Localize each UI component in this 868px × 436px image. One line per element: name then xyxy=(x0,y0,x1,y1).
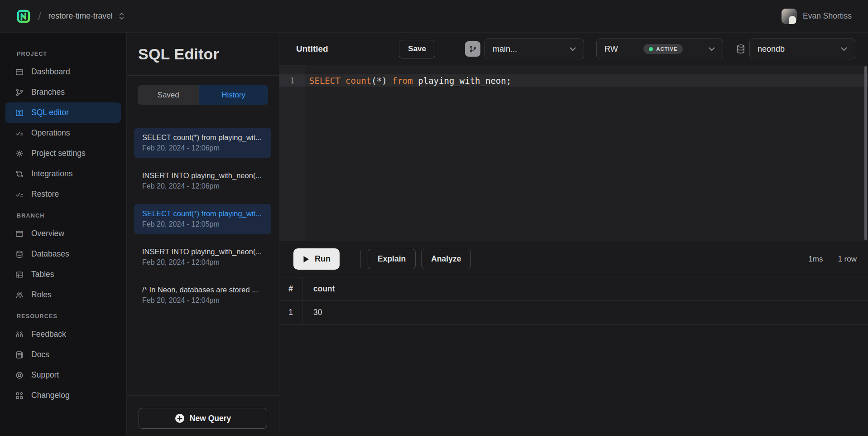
sidebar-item-restore[interactable]: Restore xyxy=(5,184,121,204)
history-item[interactable]: SELECT count(*) from playing_wit... Feb … xyxy=(134,128,271,158)
sidebar-item-changelog[interactable]: Changelog xyxy=(5,385,121,406)
query-actions: Run Explain Analyze 1ms 1 row xyxy=(279,241,868,277)
chevron-down-icon xyxy=(570,47,576,51)
history-item[interactable]: INSERT INTO playing_with_neon(... Feb 20… xyxy=(134,242,271,272)
history-query: INSERT INTO playing_with_neon(... xyxy=(142,247,263,256)
lifebuoy-icon xyxy=(15,371,24,380)
section-title: RESOURCES xyxy=(17,313,126,320)
sidebar-section-project: PROJECT Dashboard Branches SQL editor xyxy=(0,51,126,204)
analyze-button[interactable]: Analyze xyxy=(421,249,471,269)
history-item-selected[interactable]: SELECT count(*) from playing_wit... Feb … xyxy=(134,204,271,234)
editor-scrollbar[interactable] xyxy=(864,66,867,240)
plus-circle-icon xyxy=(175,413,185,423)
explain-button[interactable]: Explain xyxy=(368,249,416,269)
history-date: Feb 20, 2024 - 12:06pm xyxy=(142,144,263,152)
document-icon xyxy=(15,350,24,359)
sidebar-item-label: Roles xyxy=(31,290,52,300)
query-title-group: Untitled Save xyxy=(279,33,450,65)
code-editor[interactable]: 1 SELECT count(*) from playing_with_neon… xyxy=(279,65,868,241)
sql-keyword: from xyxy=(387,76,418,86)
window-icon xyxy=(15,68,24,77)
line-number: 1 xyxy=(279,74,305,87)
history-date: Feb 20, 2024 - 12:06pm xyxy=(142,182,263,190)
history-item[interactable]: INSERT INTO playing_with_neon(... Feb 20… xyxy=(134,166,271,196)
project-switcher[interactable]: restore-time-travel xyxy=(48,11,125,21)
table-row: 1 30 xyxy=(279,301,868,325)
sidebar-item-label: Operations xyxy=(31,128,70,138)
chevron-down-icon xyxy=(841,47,847,51)
window-icon xyxy=(15,229,24,238)
history-item[interactable]: /* In Neon, databases are stored ... Feb… xyxy=(134,280,271,310)
sidebar-item-tables[interactable]: Tables xyxy=(5,264,121,285)
query-duration: 1ms xyxy=(808,255,823,264)
actions-divider xyxy=(360,250,361,268)
save-button[interactable]: Save xyxy=(399,40,435,58)
sidebar-item-feedback[interactable]: Feedback xyxy=(5,324,121,344)
sidebar-item-project-settings[interactable]: Project settings xyxy=(5,143,121,164)
sidebar-item-docs[interactable]: Docs xyxy=(5,344,121,365)
compute-select-value: RW xyxy=(604,44,618,54)
sidebar-item-label: SQL editor xyxy=(31,108,69,117)
sidebar-item-sql-editor[interactable]: SQL editor xyxy=(5,102,121,123)
tab-saved[interactable]: Saved xyxy=(138,85,199,105)
history-query: INSERT INTO playing_with_neon(... xyxy=(142,171,263,180)
sidebar-section-resources: RESOURCES Feedback Docs Support xyxy=(0,313,126,406)
results-header-row: # count xyxy=(279,277,868,301)
sidebar-item-integrations[interactable]: Integrations xyxy=(5,164,121,184)
sidebar-item-overview[interactable]: Overview xyxy=(5,223,121,244)
panel-header: SQL Editor xyxy=(127,33,279,76)
row-count: 1 row xyxy=(838,255,857,264)
row-index-cell: 1 xyxy=(279,301,302,324)
sidebar-item-label: Databases xyxy=(31,249,69,259)
gear-icon xyxy=(15,149,24,158)
up-down-chevrons-icon xyxy=(118,12,125,20)
database-select[interactable]: neondb xyxy=(749,39,855,59)
database-icon xyxy=(735,44,746,54)
page-title: SQL Editor xyxy=(138,45,268,63)
run-metadata: 1ms 1 row xyxy=(808,255,857,264)
sidebar-item-roles[interactable]: Roles xyxy=(5,285,121,305)
branch-icon-button[interactable] xyxy=(465,41,480,57)
editor-main: Untitled Save main... RW xyxy=(279,33,868,436)
sidebar-item-label: Support xyxy=(31,370,59,380)
new-query-button[interactable]: New Query xyxy=(139,408,267,429)
breadcrumb-separator: / xyxy=(38,10,41,23)
git-compare-icon xyxy=(15,170,24,179)
table-icon xyxy=(15,270,24,279)
checklist-icon xyxy=(15,190,24,199)
project-name: restore-time-travel xyxy=(48,11,113,21)
compute-select[interactable]: RW ACTIVE xyxy=(596,39,723,59)
sql-keyword: SELECT count xyxy=(309,76,371,86)
sidebar-item-label: Changelog xyxy=(31,391,70,400)
tab-history[interactable]: History xyxy=(199,85,268,105)
git-branch-icon xyxy=(15,88,24,97)
panel-footer: New Query xyxy=(127,395,279,436)
database-select-value: neondb xyxy=(758,44,785,54)
saved-history-tabs: Saved History xyxy=(138,85,268,105)
sidebar-item-branches[interactable]: Branches xyxy=(5,82,121,102)
user-menu[interactable]: Evan Shortiss xyxy=(782,9,852,24)
sidebar-item-label: Dashboard xyxy=(31,67,70,77)
new-query-label: New Query xyxy=(190,414,231,423)
history-query: SELECT count(*) from playing_wit... xyxy=(142,209,263,218)
branch-select[interactable]: main... xyxy=(484,39,584,59)
sidebar-item-operations[interactable]: Operations xyxy=(5,123,121,143)
history-date: Feb 20, 2024 - 12:04pm xyxy=(142,296,263,305)
run-button[interactable]: Run xyxy=(293,248,340,270)
sidebar-item-support[interactable]: Support xyxy=(5,365,121,385)
history-date: Feb 20, 2024 - 12:05pm xyxy=(142,220,263,228)
editor-toolbar: Untitled Save main... RW xyxy=(279,33,868,65)
users-icon xyxy=(15,291,24,300)
history-date: Feb 20, 2024 - 12:04pm xyxy=(142,258,263,266)
sql-plain: playing_with_neon; xyxy=(418,76,511,86)
neon-logo-icon[interactable] xyxy=(15,8,32,24)
user-avatar xyxy=(782,9,797,24)
sidebar-item-databases[interactable]: Databases xyxy=(5,244,121,264)
status-dot-icon xyxy=(649,47,653,51)
results-table: # count 1 30 xyxy=(279,277,868,325)
checklist-icon xyxy=(15,129,24,138)
sidebar-item-dashboard[interactable]: Dashboard xyxy=(5,62,121,82)
run-label: Run xyxy=(315,254,331,264)
sql-terminal-icon xyxy=(15,108,24,117)
sidebar-item-label: Branches xyxy=(31,87,65,97)
